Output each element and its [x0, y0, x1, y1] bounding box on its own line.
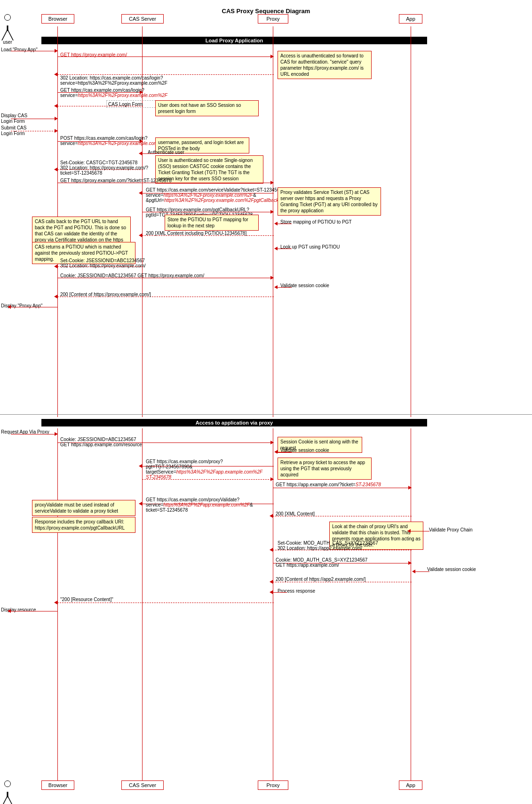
arrow-request-app	[11, 434, 58, 434]
cas-footer: CAS Server	[121, 780, 164, 790]
label-app-ticket: GET https://app.example.com/?ticket=ST-2…	[276, 482, 381, 487]
arrowhead-set-jsessionid	[54, 265, 57, 268]
arrow-validate-chain	[411, 531, 429, 531]
arrowhead-cas-login-return	[54, 104, 57, 108]
browser-header: Browser	[41, 14, 74, 24]
label-302: 302 Location: https://cas.example.com/ca…	[60, 75, 167, 86]
label-proxy-validate: GET https://cas.example.com/proxyValidat…	[146, 497, 253, 513]
label-store-mapping: Store mapping of PGTIOU to PGT	[280, 219, 352, 225]
arrowhead-display-proxy	[8, 305, 11, 309]
arrowhead-pgt-callback	[270, 210, 274, 214]
arrow-cas-302	[57, 169, 143, 170]
cas-header: CAS Server	[121, 14, 164, 24]
arrowhead-cookie-app	[270, 441, 274, 444]
user-figure-bottom: ╻╱╲ user	[2, 780, 13, 804]
label-cookie-mod-auth: Cookie: MOD_AUTH_CAS_S=XYZ1234567GET htt…	[276, 557, 367, 568]
proxy-header: Proxy	[258, 14, 288, 24]
arrowhead-store-mapping	[274, 222, 278, 225]
diagram-container: CAS Proxy Sequence Diagram Browser CAS S…	[0, 0, 532, 800]
arrowhead-200-content	[54, 295, 57, 298]
label-get-cas-login: GET https://cas.example.com/cas/login?se…	[60, 88, 167, 98]
label-validate-app-session: Validate session cookie	[427, 567, 476, 572]
arrowhead-request-app	[55, 432, 58, 436]
label-post: POST https://cas.example.com/cas/login?s…	[60, 136, 167, 146]
label-resource-content: "200 [Resource Content]"	[60, 597, 113, 602]
label-200-app2: 200 [Content of https://app2.example.com…	[276, 577, 365, 582]
arrow-display-cas	[11, 119, 58, 119]
arrow-200-app2	[273, 582, 412, 582]
msg-load-proxy-app: Load "Proxy App"	[1, 47, 38, 52]
user-figure-top: ╻╱╲ user	[2, 14, 13, 45]
arrowhead-get-proxy-ticket	[139, 464, 142, 468]
arrow-auth	[142, 153, 156, 154]
arrowhead-302	[54, 72, 57, 76]
arrow-display-proxy	[11, 307, 58, 307]
arrowhead-get-proxy	[270, 55, 274, 58]
arrowhead-get-ticket	[270, 181, 274, 185]
label-validate-chain: Validate Proxy Chain	[429, 527, 473, 532]
arrow-set-jsessionid	[57, 266, 143, 267]
arrowhead-validate-session	[274, 285, 278, 289]
label-process-response: Process response	[278, 588, 315, 594]
label-get-proxy: GET https://proxy.example.com/	[60, 52, 127, 57]
arrow-display-resource	[11, 611, 58, 611]
app-header: App	[399, 14, 422, 24]
note-unauthenticated: Access is unauthenticated so forward to …	[278, 51, 372, 79]
arrowhead-200-xml	[139, 233, 142, 237]
arrowhead-process-response	[270, 590, 273, 594]
arrowhead-mod-auth-302	[270, 548, 273, 552]
arrow-mod-auth-302	[273, 550, 412, 550]
cas-login-form-border	[106, 100, 158, 108]
app-lifeline	[411, 26, 411, 417]
arrowhead-200-xml-app	[270, 514, 273, 518]
label-mod-auth-set: Set-Cookie: MOD_AUTH_CAS_S=XYZ1234567302…	[278, 540, 378, 551]
label-get-proxy-ticket: GET https://cas.example.com/proxy?pgt=TG…	[146, 459, 262, 474]
label-validate-session: Validate session cookie	[280, 283, 329, 288]
arrowhead-resource-content	[54, 601, 57, 604]
arrowhead-display-cas	[55, 117, 58, 121]
note-retrieve-proxy: Retrieve a proxy ticket to access the ap…	[278, 458, 372, 480]
label-lookup-pgt: Look up PGT using PGTIOU	[280, 244, 340, 249]
arrow-302	[57, 74, 274, 75]
label-set-cookie-tgt: Set-Cookie: CASTGC=TGT-2345678302 Locati…	[60, 160, 148, 176]
label-200-xml-app: 200 [XML Content]	[276, 511, 315, 516]
label-validate-session2: Validate session cookie	[280, 448, 329, 453]
label-service-validate: GET https://cas.example.com/serviceValid…	[146, 187, 288, 203]
app-footer: App	[399, 780, 422, 790]
cas-lifeline2	[142, 428, 143, 781]
arrowhead-200-app2	[270, 580, 273, 584]
arrowhead-cookie-mod-auth	[408, 561, 412, 565]
arrowhead-validate-app-session	[412, 570, 415, 573]
label-get-ticket: GET https://proxy.example.com/?ticket=ST…	[60, 178, 172, 183]
arrowhead-auth	[139, 152, 142, 155]
arrowhead-validate-session2	[274, 450, 278, 454]
label-200-xml: 200 [XML Content including PGTIOU-123456…	[146, 231, 246, 236]
label-cookie-app: Cookie: JSESSIONID=ABC1234567GET https:/…	[60, 437, 142, 447]
proxy-lifeline2	[273, 428, 273, 781]
separator-line	[0, 414, 532, 415]
arrow-cas-login-return	[57, 106, 143, 106]
label-st-return: ST-2345678	[146, 474, 171, 480]
label-display-resource: Display resource	[1, 607, 36, 612]
browser-lifeline2	[57, 428, 58, 781]
arrow-process-response	[273, 592, 287, 593]
section1-banner: Load Proxy Application	[41, 37, 427, 44]
arrowhead-service-validate	[139, 191, 142, 195]
arrow-app-ticket	[273, 488, 412, 488]
label-cookie-get: Cookie: JSESSIONID=ABC1234567 GET https:…	[60, 273, 204, 278]
note-proxy-validates: Proxy validates Service Ticket (ST) at C…	[278, 187, 381, 216]
note-store-pgt: Store the PGTIOU to PGT mapping for look…	[165, 215, 259, 231]
arrowhead-submit-cas	[55, 129, 58, 133]
arrowhead-cas-302	[54, 168, 57, 171]
arrowhead-load-proxy	[55, 49, 58, 53]
proxy-lifeline	[273, 26, 273, 417]
arrowhead-st-return	[270, 477, 274, 481]
label-authenticate: Authenticate user	[148, 150, 184, 155]
proxy-footer: Proxy	[258, 780, 288, 790]
arrowhead-cookie-get	[270, 276, 274, 280]
arrowhead-app-ticket	[408, 486, 412, 490]
note-proxy-callback-uri: Response includes the proxy callback URI…	[32, 517, 135, 533]
arrowhead-display-resource	[8, 609, 11, 613]
app-lifeline2	[411, 428, 411, 781]
arrow-load-proxy	[11, 51, 58, 51]
